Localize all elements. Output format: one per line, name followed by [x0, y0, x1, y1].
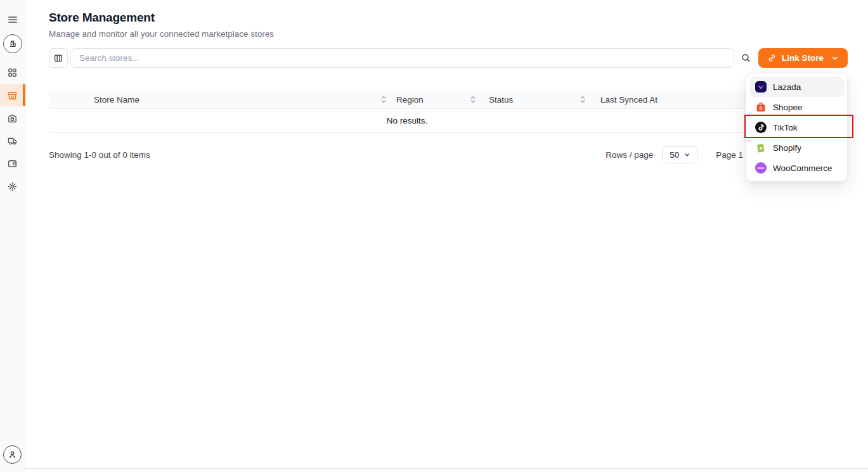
user-avatar-button[interactable]	[3, 445, 22, 464]
menu-item-label: Shopee	[773, 103, 803, 112]
shopify-icon: S	[755, 142, 767, 153]
column-header-region[interactable]: Region	[396, 95, 489, 105]
shopee-icon: S	[755, 101, 767, 113]
sort-icon	[470, 95, 476, 104]
search-button[interactable]	[734, 48, 758, 68]
menu-item-label: Shopify	[773, 143, 801, 153]
search-icon	[741, 53, 751, 63]
menu-item-label: WooCommerce	[773, 163, 832, 173]
dashboard-icon	[7, 67, 18, 78]
sidebar-item-settings[interactable]	[0, 175, 25, 198]
search-input[interactable]	[70, 48, 734, 68]
page-subtitle: Manage and monitor all your connected ma…	[49, 29, 848, 39]
sort-icon	[380, 95, 387, 104]
empty-state-row: No results.	[49, 109, 848, 133]
wallet-icon	[7, 158, 18, 169]
menu-item-tiktok[interactable]: TikTok	[749, 117, 844, 137]
storefront-icon	[7, 90, 18, 101]
sidebar-item-warehouse[interactable]	[0, 106, 25, 129]
column-label: Status	[489, 95, 513, 105]
truck-icon	[7, 136, 18, 146]
woocommerce-icon: woo	[755, 162, 767, 174]
columns-view-button[interactable]	[49, 48, 68, 68]
menu-item-shopify[interactable]: S Shopify	[749, 137, 844, 158]
link-store-button[interactable]: Link Store	[758, 48, 848, 68]
gear-icon	[7, 181, 18, 192]
menu-item-shopee[interactable]: S Shopee	[749, 97, 844, 117]
lazada-icon	[755, 81, 767, 92]
page-title: Store Management	[49, 11, 848, 25]
svg-text:S: S	[760, 146, 763, 151]
building-icon	[8, 39, 18, 49]
page-indicator: Page 1	[716, 150, 743, 160]
columns-icon	[53, 53, 63, 63]
menu-item-lazada[interactable]: Lazada	[749, 77, 844, 97]
link-store-label: Link Store	[782, 53, 824, 63]
app-logo[interactable]	[0, 34, 25, 53]
items-summary: Showing 1-0 out of 0 items	[49, 150, 150, 160]
sidebar-item-logistics[interactable]	[0, 129, 25, 152]
sidebar-nav	[0, 61, 25, 198]
tiktok-icon	[755, 122, 767, 133]
column-header-store-name[interactable]: Store Name	[49, 95, 396, 105]
svg-text:S: S	[759, 105, 762, 111]
rows-per-page-label: Rows / page	[606, 150, 653, 160]
column-label: Region	[396, 95, 424, 105]
sidebar-toggle-button[interactable]	[0, 13, 25, 26]
sidebar	[0, 0, 25, 472]
warehouse-icon	[7, 113, 18, 124]
pagination-bar: Showing 1-0 out of 0 items Rows / page 5…	[49, 146, 848, 163]
link-icon	[767, 53, 777, 63]
page-bottom-divider	[0, 468, 868, 469]
column-label: Last Synced At	[600, 95, 657, 105]
main-content: Store Management Manage and monitor all …	[25, 0, 868, 472]
svg-text:woo: woo	[757, 166, 764, 170]
table-header-row: Store Name Region Status Last Synced At	[49, 91, 848, 109]
column-header-status[interactable]: Status	[489, 95, 593, 105]
sort-icon	[580, 95, 586, 104]
menu-item-label: Lazada	[773, 82, 801, 92]
chevron-down-icon	[831, 54, 839, 62]
rows-per-page-select[interactable]: 50	[662, 146, 698, 163]
link-store-dropdown: Lazada S Shopee TikTok S Shopify woo Woo…	[746, 73, 848, 182]
chevron-down-icon	[683, 151, 690, 158]
menu-item-woocommerce[interactable]: woo WooCommerce	[749, 158, 844, 178]
user-icon	[7, 449, 18, 460]
menu-item-label: TikTok	[773, 123, 798, 132]
toolbar: Link Store	[49, 48, 848, 68]
sidebar-item-wallet[interactable]	[0, 152, 25, 175]
column-label: Store Name	[94, 95, 139, 105]
hamburger-icon	[7, 14, 18, 25]
no-results-message: No results.	[49, 116, 765, 125]
rows-per-page-value: 50	[670, 150, 679, 160]
sidebar-item-stores[interactable]	[0, 84, 25, 106]
stores-table: Store Name Region Status Last Synced At	[49, 91, 848, 133]
sidebar-item-dashboard[interactable]	[0, 61, 25, 84]
